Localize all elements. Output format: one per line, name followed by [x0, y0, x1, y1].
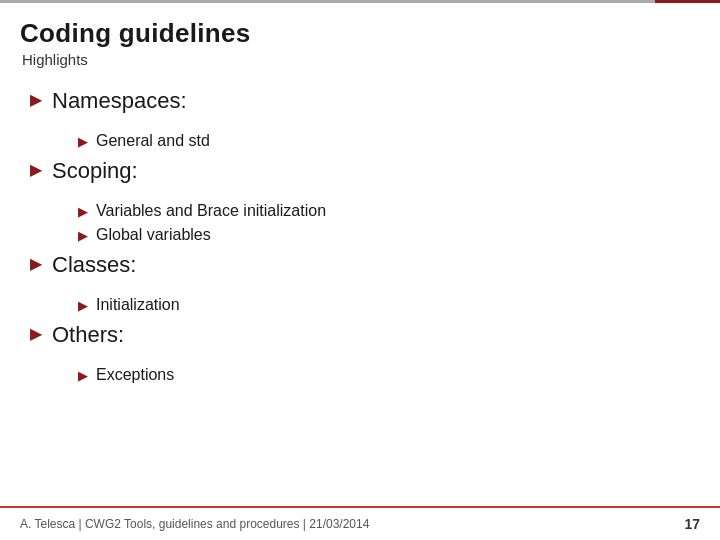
main-label-1: Scoping: — [52, 158, 138, 184]
footer-page: 17 — [684, 516, 700, 532]
sub-items-0: ▶General and std — [78, 132, 700, 150]
sub-item-3-0: ▶Exceptions — [78, 366, 700, 384]
sub-arrow-1-0: ▶ — [78, 204, 88, 219]
section-2: ▶Classes:▶Initialization — [30, 252, 700, 314]
section-3: ▶Others:▶Exceptions — [30, 322, 700, 384]
main-item-3: ▶Others: — [30, 322, 700, 348]
header: Coding guidelines Highlights — [0, 0, 720, 72]
sub-item-1-0: ▶Variables and Brace initialization — [78, 202, 700, 220]
top-line-accent — [655, 0, 720, 3]
sub-items-1: ▶Variables and Brace initialization▶Glob… — [78, 202, 700, 244]
main-arrow-0: ▶ — [30, 90, 42, 109]
main-label-3: Others: — [52, 322, 124, 348]
page-subtitle: Highlights — [22, 51, 700, 68]
main-item-2: ▶Classes: — [30, 252, 700, 278]
footer: A. Telesca | CWG2 Tools, guidelines and … — [0, 506, 720, 540]
sub-label-1-1: Global variables — [96, 226, 211, 244]
content-area: ▶Namespaces:▶General and std▶Scoping:▶Va… — [0, 72, 720, 384]
sub-item-2-0: ▶Initialization — [78, 296, 700, 314]
sub-item-1-1: ▶Global variables — [78, 226, 700, 244]
section-1: ▶Scoping:▶Variables and Brace initializa… — [30, 158, 700, 244]
sub-arrow-0-0: ▶ — [78, 134, 88, 149]
sub-label-2-0: Initialization — [96, 296, 180, 314]
sub-label-0-0: General and std — [96, 132, 210, 150]
main-label-0: Namespaces: — [52, 88, 187, 114]
sub-items-3: ▶Exceptions — [78, 366, 700, 384]
sub-label-3-0: Exceptions — [96, 366, 174, 384]
main-arrow-3: ▶ — [30, 324, 42, 343]
main-item-1: ▶Scoping: — [30, 158, 700, 184]
sub-label-1-0: Variables and Brace initialization — [96, 202, 326, 220]
sub-arrow-1-1: ▶ — [78, 228, 88, 243]
page-title: Coding guidelines — [20, 18, 700, 49]
footer-text: A. Telesca | CWG2 Tools, guidelines and … — [20, 517, 369, 531]
main-item-0: ▶Namespaces: — [30, 88, 700, 114]
sub-items-2: ▶Initialization — [78, 296, 700, 314]
top-line-main — [0, 0, 655, 3]
main-label-2: Classes: — [52, 252, 136, 278]
main-arrow-2: ▶ — [30, 254, 42, 273]
section-0: ▶Namespaces:▶General and std — [30, 88, 700, 150]
main-arrow-1: ▶ — [30, 160, 42, 179]
sub-item-0-0: ▶General and std — [78, 132, 700, 150]
sub-arrow-3-0: ▶ — [78, 368, 88, 383]
sub-arrow-2-0: ▶ — [78, 298, 88, 313]
